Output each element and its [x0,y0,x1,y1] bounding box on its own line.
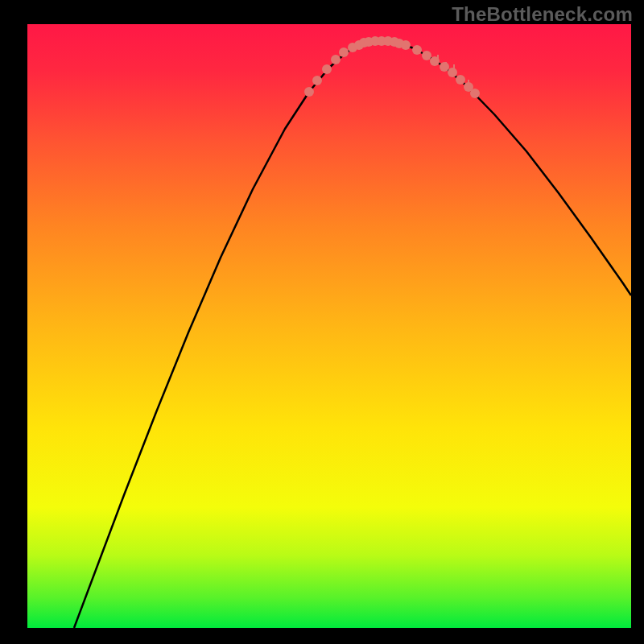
marker-dot [322,64,332,74]
marker-dot [448,68,457,77]
curve-svg [27,24,631,628]
plot-area [27,24,631,628]
marker-dot [331,55,341,64]
marker-dot [422,51,431,60]
marker-dot [440,62,449,72]
marker-dot [401,40,411,50]
marker-dot [339,47,349,57]
marker-cluster-left [304,38,369,97]
marker-dot [304,87,314,97]
marker-dot [470,89,480,98]
marker-dot [412,45,422,55]
watermark-text: TheBottleneck.com [452,3,633,26]
marker-dot [312,76,322,85]
bottleneck-curve [74,41,631,628]
chart-frame: TheBottleneck.com [0,0,644,644]
marker-cluster-bottom [364,36,411,50]
marker-dot [456,75,465,85]
